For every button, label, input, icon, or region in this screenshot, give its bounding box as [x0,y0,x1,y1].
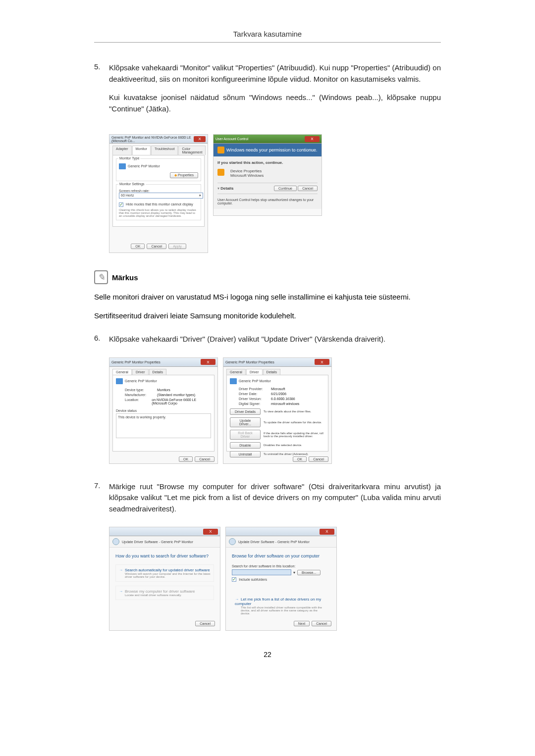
step5-para1: Klõpsake vahekaardi "Monitor" valikut "P… [109,62,441,85]
ok-button[interactable]: OK [131,244,145,249]
device-status-box: This device is working properly. [116,413,211,438]
close-icon[interactable]: X [203,529,218,535]
page-number: 22 [94,651,441,658]
ok-button[interactable]: OK [179,456,193,462]
back-icon[interactable] [112,538,119,545]
screenshot-row-1: Generic PnP Monitor and NVIDIA GeForce 6… [109,134,441,253]
step5-para2: Kui kuvatakse joonisel näidatud sõnum "W… [109,92,441,114]
uac-dialog: User Account Control X Windows needs you… [213,134,322,216]
wizard-option-auto[interactable]: →Search automatically for updated driver… [115,564,214,582]
tab-adapter[interactable]: Adapter [112,146,132,155]
back-icon[interactable] [229,538,236,545]
wizard-heading: How do you want to search for driver sof… [115,554,214,558]
properties-general-dialog: Generic PnP Monitor Properties X General… [109,357,218,464]
refresh-rate-label: Screen refresh rate: [119,189,198,193]
titlebar: User Account Control X [214,135,321,144]
monitor-icon [116,378,123,384]
step-number: 5. [94,62,109,122]
properties-button[interactable]: ◆ Properties [170,172,198,178]
cancel-button[interactable]: Cancel [147,244,166,249]
tab-monitor[interactable]: Monitor [132,146,151,155]
step-5: 5. Klõpsake vahekaardi "Monitor" valikut… [94,62,441,122]
cancel-button[interactable]: Cancel [195,621,215,626]
apply-button[interactable]: Apply [168,244,186,249]
note-para2: Sertifitseeritud draiveri leiate Samsung… [94,310,441,322]
breadcrumb: Update Driver Software - Generic PnP Mon… [226,536,336,548]
monitor-icon [230,378,237,384]
next-button[interactable]: Next [294,621,310,626]
uac-banner: Windows needs your permission to contion… [214,144,321,156]
rollback-button[interactable]: Roll Back Driver [230,430,261,440]
ms-windows-label: Microsoft Windows [230,173,264,178]
close-icon[interactable]: X [320,529,334,535]
device-properties-label: Device Properties [230,169,264,173]
hide-modes-label: Hide modes that this monitor cannot disp… [126,202,193,206]
properties-driver-dialog: Generic PnP Monitor Properties X General… [223,357,332,464]
monitor-settings-label: Monitor Settings [118,182,146,186]
cancel-button[interactable]: Cancel [312,621,331,626]
dialog-title: Generic PnP Monitor and NVIDIA GeForce 6… [111,136,194,143]
close-icon[interactable]: X [194,136,206,142]
tab-color[interactable]: Color Management [178,146,206,155]
screenshot-row-3: X Update Driver Software - Generic PnP M… [109,527,441,631]
device-status-label: Device status [116,409,211,412]
refresh-rate-dropdown[interactable]: 60 Hertz▾ [119,193,203,199]
step-6: 6. Klõpsake vahekaardi "Driver" (Draiver… [94,334,441,345]
close-icon[interactable]: X [305,136,320,142]
browse-button[interactable]: Browse... [297,570,321,575]
arrow-icon: → [235,597,239,602]
monitor-type-label: Monitor Type [118,156,140,160]
update-driver-wizard-browse: X Update Driver Software - Generic PnP M… [225,527,337,631]
hide-modes-checkbox[interactable] [119,202,123,207]
monitor-name: Generic PnP Monitor [128,164,160,168]
tab-driver[interactable]: Driver [246,369,263,375]
tab-general[interactable]: General [226,369,246,375]
monitor-icon [119,163,126,169]
continue-button[interactable]: Continue [274,186,297,191]
page-header: Tarkvara kasutamine [94,30,441,38]
step6-text: Klõpsake vahekaardi "Driver" (Draiver) v… [109,334,441,345]
tab-troubleshoot[interactable]: Troubleshoot [151,146,178,155]
hide-modes-desc: Clearing this check box allows you to se… [119,208,198,217]
screenshot-row-2: Generic PnP Monitor Properties X General… [109,357,441,464]
uninstall-button[interactable]: Uninstall [230,451,261,457]
details-expand[interactable]: ▾ Details [217,186,233,191]
arrow-icon: → [119,568,123,572]
tab-details[interactable]: Details [263,369,280,375]
titlebar: Generic PnP Monitor and NVIDIA GeForce 6… [109,135,208,144]
update-driver-button[interactable]: Update Driver... [230,417,261,427]
note-title: Märkus [112,273,138,282]
dialog-title: Generic PnP Monitor Properties [225,360,274,364]
location-input[interactable] [232,569,291,575]
breadcrumb: Update Driver Software - Generic PnP Mon… [109,536,220,548]
arrow-icon: → [119,589,123,594]
tab-general[interactable]: General [112,369,132,375]
include-subfolders-checkbox[interactable] [232,577,236,582]
tab-driver[interactable]: Driver [132,369,149,375]
wizard-option-pick[interactable]: →Let me pick from a list of device drive… [232,594,330,618]
dialog-title: Generic PnP Monitor Properties [111,360,160,364]
note-section: ✎ Märkus Selle monitori draiver on varus… [94,270,441,321]
search-location-label: Search for driver software in this locat… [232,564,330,568]
close-icon[interactable]: X [201,359,215,365]
cancel-button[interactable]: Cancel [195,456,214,462]
tabs: Adapter Monitor Troubleshoot Color Manag… [109,144,208,155]
disable-button[interactable]: Disable [230,442,261,449]
wizard-option-browse[interactable]: →Browse my computer for driver software … [115,586,214,600]
ok-button[interactable]: OK [293,456,307,462]
cancel-button[interactable]: Cancel [298,186,318,191]
close-icon[interactable]: X [315,359,329,365]
titlebar: Generic PnP Monitor Properties X [223,358,331,367]
include-subfolders-label: Include subfolders [239,578,267,581]
wizard-heading: Browse for driver software on your compu… [232,554,330,558]
tab-details[interactable]: Details [149,369,166,375]
cancel-button[interactable]: Cancel [309,456,328,462]
update-driver-wizard-search: X Update Driver Software - Generic PnP M… [109,527,220,631]
step-number: 6. [94,334,109,345]
titlebar: X [226,527,336,536]
titlebar: Generic PnP Monitor Properties X [109,358,217,367]
driver-details-button[interactable]: Driver Details [230,408,261,415]
step-7: 7. Märkige ruut "Browse my computer for … [94,481,441,515]
uac-started: If you started this action, continue. [217,160,318,165]
titlebar: X [109,527,220,536]
